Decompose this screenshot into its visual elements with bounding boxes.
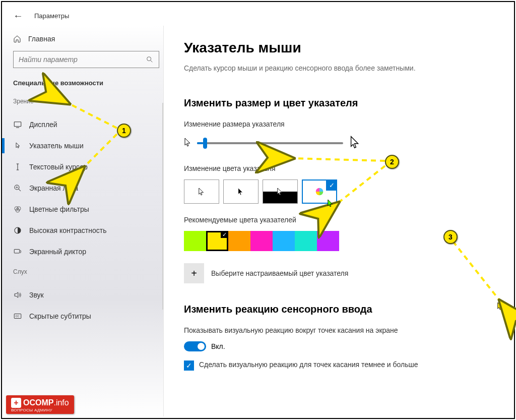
svg-rect-2 <box>14 122 21 127</box>
search-input[interactable] <box>19 55 146 64</box>
sidebar: Главная Специальные возможности Зрение Д… <box>2 26 163 416</box>
darker-feedback-checkbox[interactable]: ✓ <box>184 361 194 371</box>
magnifier-icon <box>13 184 22 193</box>
display-icon <box>13 120 22 129</box>
swatch-purple[interactable] <box>317 231 339 251</box>
page-description: Сделать курсор мыши и реакцию сенсорного… <box>184 63 421 73</box>
nav-display[interactable]: Дисплей <box>13 114 163 135</box>
contrast-icon <box>13 226 22 235</box>
svg-text:CC: CC <box>16 315 20 318</box>
svg-point-0 <box>147 57 151 61</box>
search-box[interactable] <box>13 51 159 68</box>
swatch-magenta[interactable] <box>250 231 273 251</box>
watermark: +OCOMP.info ВОПРОСЫ АДМИНУ <box>6 395 74 414</box>
size-label: Изменение размера указателя <box>184 120 492 128</box>
slider-thumb[interactable] <box>203 138 207 149</box>
nav-narrator[interactable]: Экранный диктор <box>13 241 163 262</box>
swatch-cyan[interactable] <box>295 231 317 251</box>
toggle-state-label: Вкл. <box>211 342 225 350</box>
svg-line-5 <box>19 189 21 192</box>
color-filter-icon <box>13 205 22 214</box>
nav-closed-captions[interactable]: CC Скрытые субтитры <box>13 306 163 327</box>
svg-rect-12 <box>14 250 20 254</box>
sound-icon <box>13 290 22 299</box>
darker-feedback-label: Сделать визуальную реакцию для точек кас… <box>199 361 418 371</box>
home-link[interactable]: Главная <box>13 31 163 51</box>
check-icon: ✓ <box>326 179 337 191</box>
pointer-icon <box>13 141 22 150</box>
svg-line-1 <box>151 61 152 62</box>
color-label: Изменение цвета указателя <box>184 164 492 172</box>
section-size-color: Изменить размер и цвет указателя <box>184 97 492 109</box>
color-option-custom[interactable]: ✓ <box>302 179 337 204</box>
nav-sound[interactable]: Звук <box>13 284 163 306</box>
color-wheel-icon <box>314 186 325 197</box>
nav-text-cursor[interactable]: Текстовый курсор <box>13 156 163 177</box>
nav-magnifier[interactable]: Экранная лупа <box>13 177 163 199</box>
search-icon <box>146 55 154 64</box>
section-touch: Изменить реакцию сенсорного ввода <box>184 304 492 315</box>
swatch-yellow[interactable] <box>206 231 228 251</box>
color-option-white[interactable] <box>184 179 219 204</box>
recommended-label: Рекомендуемые цвета указателей <box>184 216 492 224</box>
cursor-large-icon <box>348 135 362 151</box>
nav-high-contrast[interactable]: Высокая контрастность <box>13 220 163 241</box>
swatch-blue[interactable] <box>273 231 295 251</box>
add-custom-color-button[interactable]: + <box>184 263 204 283</box>
group-accessibility: Специальные возможности <box>13 79 163 87</box>
page-title: Указатель мыши <box>184 40 492 56</box>
touch-desc: Показывать визуальную реакцию вокруг точ… <box>184 326 416 334</box>
text-cursor-icon <box>13 162 22 171</box>
home-icon <box>13 35 21 43</box>
nav-color-filters[interactable]: Цветные фильтры <box>13 199 163 220</box>
cc-icon: CC <box>13 312 22 321</box>
main-panel: Указатель мыши Сделать курсор мыши и реа… <box>163 26 514 416</box>
narrator-icon <box>13 247 22 256</box>
touch-feedback-toggle[interactable] <box>184 341 206 351</box>
color-option-inverted[interactable] <box>263 179 298 204</box>
custom-color-label: Выберите настраиваемый цвет указателя <box>211 269 348 277</box>
result-cursor-icon <box>497 302 504 312</box>
group-hearing: Слух <box>13 268 163 275</box>
window-title: Параметры <box>34 12 69 20</box>
nav-mouse-pointer[interactable]: Указатель мыши <box>13 135 163 156</box>
color-option-black[interactable] <box>223 179 259 204</box>
color-swatches <box>184 231 492 251</box>
group-vision: Зрение <box>13 98 163 105</box>
back-arrow-icon[interactable]: ← <box>13 10 23 22</box>
swatch-lime[interactable] <box>184 231 206 251</box>
swatch-orange[interactable] <box>228 231 250 251</box>
cursor-small-icon <box>184 137 192 150</box>
pointer-size-slider[interactable] <box>197 142 343 144</box>
home-label: Главная <box>28 35 55 43</box>
